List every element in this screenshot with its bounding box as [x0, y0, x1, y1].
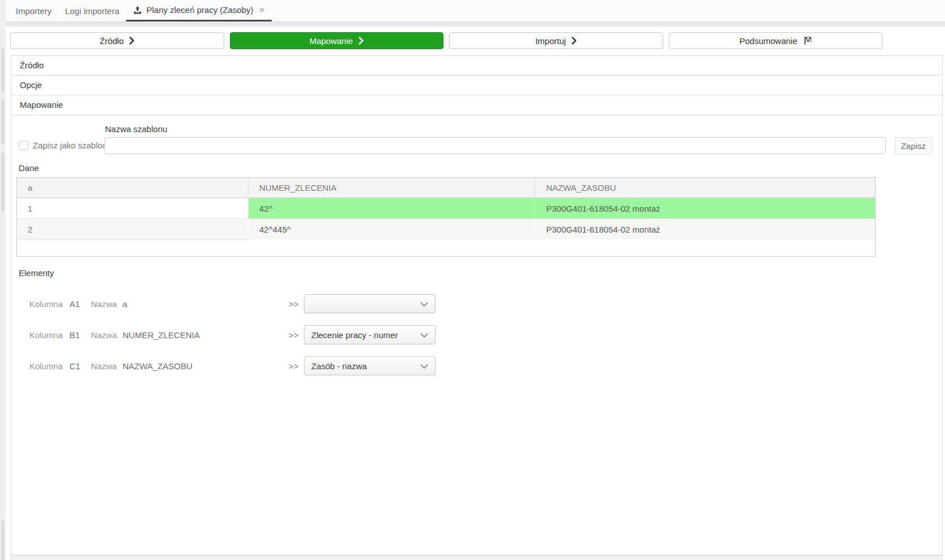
tabbar-divider	[6, 22, 945, 27]
kolumna-label: Kolumna	[29, 330, 69, 340]
save-template-button[interactable]: Zapisz	[895, 137, 932, 154]
table-cell-mapped: P300G401-618054-02 montaż	[535, 219, 876, 240]
target-field-select-c1[interactable]: Zasób - nazwa	[304, 356, 436, 375]
nazwa-value: NUMER_ZLECENIA	[123, 330, 289, 340]
nazwa-label: Nazwa	[91, 330, 123, 340]
template-name-label: Nazwa szablonu	[105, 124, 886, 134]
step-label: Źródło	[99, 36, 124, 46]
chevron-down-icon	[420, 299, 428, 309]
select-value: Zasób - nazwa	[311, 361, 420, 371]
step-podsumowanie-button[interactable]: Podsumowanie	[669, 32, 883, 49]
table-cell-mapped: P300G401-618054-02 montaż	[535, 198, 876, 219]
chevron-right-icon	[359, 37, 364, 45]
nazwa-value: a	[123, 299, 289, 309]
target-field-select-b1[interactable]: Zlecenie pracy - numer	[304, 325, 436, 344]
data-section-label: Dane	[19, 163, 932, 173]
template-save-row: Zapisz jako szablon Nazwa szablonu Zapis…	[16, 124, 932, 154]
template-name-field: Nazwa szablonu	[104, 124, 886, 154]
accordion-header-importuj[interactable]: Importuj	[11, 555, 942, 560]
kolumna-value: A1	[69, 299, 91, 309]
kolumna-value: C1	[69, 361, 91, 371]
import-wizard-accordion: Źródło Opcje Mapowanie Zapisz jako szabl…	[11, 55, 943, 560]
table-cell-mapped: 42^	[249, 198, 535, 219]
target-field-select-a1[interactable]	[304, 294, 436, 313]
mapping-row-c1: Kolumna C1 Nazwa NAZWA_ZASOBU >> Zasób -…	[16, 356, 932, 375]
accordion-header-mapowanie[interactable]: Mapowanie	[11, 95, 942, 115]
wizard-steps: Źródło Mapowanie Importuj Podsumowanie	[10, 32, 882, 49]
splitter-segment	[1, 99, 5, 145]
step-label: Mapowanie	[310, 36, 353, 46]
chevron-down-icon	[420, 330, 428, 340]
save-as-template-label: Zapisz jako szablon	[33, 141, 107, 150]
step-importuj-button[interactable]: Importuj	[449, 32, 663, 49]
table-row: 2 42^445^ P300G401-618054-02 montaż	[17, 219, 876, 240]
kolumna-label: Kolumna	[29, 299, 69, 309]
elements-section-label: Elementy	[19, 268, 932, 278]
side-panel-splitter[interactable]	[0, 0, 6, 560]
kolumna-value: B1	[69, 330, 91, 340]
table-cell-index: 2	[17, 219, 249, 240]
table-empty-cell	[17, 240, 876, 257]
splitter-segment	[1, 152, 5, 211]
step-mapowanie-button[interactable]: Mapowanie	[230, 32, 444, 49]
kolumna-label: Kolumna	[29, 361, 69, 371]
tab-bar: Importery Logi importera Plany zleceń pr…	[6, 0, 945, 22]
nazwa-value: NAZWA_ZASOBU	[123, 361, 289, 371]
save-as-template-checkbox[interactable]	[19, 141, 28, 150]
accordion-header-zrodlo[interactable]: Źródło	[11, 56, 942, 76]
column-header-numer-zlecenia: NUMER_ZLECENIA	[249, 178, 535, 198]
tab-label: Importery	[16, 6, 51, 16]
chevron-right-icon	[572, 37, 577, 45]
import-upload-icon	[133, 6, 142, 14]
mapping-panel: Zapisz jako szablon Nazwa szablonu Zapis…	[11, 115, 942, 555]
chevron-down-icon	[420, 361, 428, 371]
main-area: Importery Logi importera Plany zleceń pr…	[6, 0, 945, 560]
tab-label: Plany zleceń pracy (Zasoby)	[146, 5, 253, 15]
table-cell-mapped: 42^445^	[249, 219, 535, 240]
mapping-row-b1: Kolumna B1 Nazwa NUMER_ZLECENIA >> Zlece…	[16, 325, 932, 344]
checkered-flag-icon	[803, 36, 812, 45]
tab-importery[interactable]: Importery	[9, 0, 58, 21]
step-label: Importuj	[535, 36, 566, 46]
nazwa-label: Nazwa	[91, 299, 123, 309]
map-arrow: >>	[289, 361, 304, 371]
splitter-segment	[1, 49, 5, 93]
column-header-nazwa-zasobu: NAZWA_ZASOBU	[535, 178, 876, 198]
map-arrow: >>	[289, 330, 304, 340]
tab-plany-zlecen-pracy[interactable]: Plany zleceń pracy (Zasoby) ×	[126, 0, 272, 21]
save-as-template-option[interactable]: Zapisz jako szablon	[19, 141, 104, 150]
splitter-segment	[1, 520, 5, 560]
step-zrodlo-button[interactable]: Źródło	[10, 32, 224, 49]
map-arrow: >>	[289, 299, 304, 309]
tab-close-icon[interactable]: ×	[259, 5, 265, 15]
nazwa-label: Nazwa	[91, 361, 123, 371]
step-label: Podsumowanie	[739, 36, 798, 46]
table-row: 1 42^ P300G401-618054-02 montaż	[17, 198, 876, 219]
table-cell-index: 1	[17, 198, 249, 219]
accordion-header-opcje[interactable]: Opcje	[11, 76, 942, 95]
select-value: Zlecenie pracy - numer	[311, 330, 420, 340]
tab-logi-importera[interactable]: Logi importera	[58, 0, 126, 21]
column-header-a: a	[17, 178, 249, 198]
template-name-input[interactable]	[104, 137, 886, 154]
table-empty-row	[17, 240, 876, 257]
table-header-row: a NUMER_ZLECENIA NAZWA_ZASOBU	[17, 178, 876, 198]
chevron-right-icon	[129, 37, 134, 45]
data-preview-table: a NUMER_ZLECENIA NAZWA_ZASOBU 1 42^ P300…	[16, 177, 876, 257]
mapping-row-a1: Kolumna A1 Nazwa a >>	[16, 294, 932, 313]
tab-label: Logi importera	[65, 6, 119, 16]
